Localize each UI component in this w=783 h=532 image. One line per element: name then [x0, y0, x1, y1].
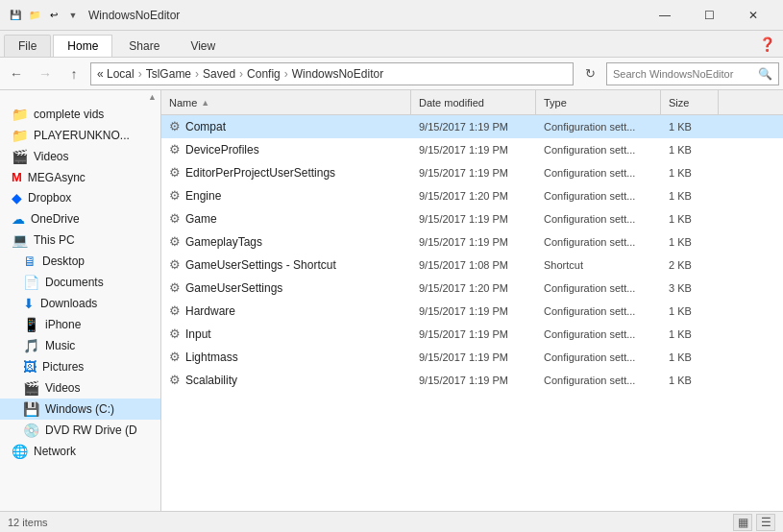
videos-icon: 🎬 [12, 149, 28, 164]
file-type: Configuration sett... [536, 167, 661, 179]
column-type[interactable]: Type [536, 90, 661, 114]
sidebar-item-onedrive[interactable]: ☁ OneDrive [0, 208, 160, 230]
file-type: Configuration sett... [536, 190, 661, 202]
sidebar-item-downloads[interactable]: ⬇ Downloads [0, 293, 160, 314]
file-size: 1 KB [661, 213, 719, 225]
maximize-button[interactable]: ☐ [687, 0, 731, 31]
file-size: 1 KB [661, 236, 719, 248]
file-size: 2 KB [661, 259, 719, 271]
up-button[interactable]: ↑ [61, 61, 86, 86]
table-row[interactable]: ⚙ DeviceProfiles 9/15/2017 1:19 PM Confi… [161, 138, 783, 161]
file-name: ⚙ Input [161, 326, 411, 341]
desktop-icon: 🖥 [23, 254, 37, 269]
column-name[interactable]: Name ▲ [161, 90, 411, 114]
file-size: 1 KB [661, 305, 719, 317]
ribbon-tabs: File Home Share View ❓ [0, 31, 783, 58]
sidebar-item-windows-c[interactable]: 💾 Windows (C:) [0, 399, 160, 420]
path-saved: Saved [203, 67, 235, 81]
sidebar-item-iphone[interactable]: 📱 iPhone [0, 314, 160, 335]
file-name: ⚙ Hardware [161, 303, 411, 318]
file-list-area: Name ▲ Date modified Type Size ⚙ Compat … [161, 90, 783, 511]
file-icon: ⚙ [169, 280, 181, 295]
dropbox-icon: ◆ [12, 190, 22, 206]
sidebar-item-desktop[interactable]: 🖥 Desktop [0, 251, 160, 272]
table-row[interactable]: ⚙ Input 9/15/2017 1:19 PM Configuration … [161, 323, 783, 346]
file-name: ⚙ DeviceProfiles [161, 142, 411, 157]
table-row[interactable]: ⚙ Lightmass 9/15/2017 1:19 PM Configurat… [161, 346, 783, 369]
minimize-button[interactable]: — [643, 0, 687, 31]
undo-icon[interactable]: ↩ [46, 8, 61, 23]
file-date: 9/15/2017 1:19 PM [411, 236, 536, 248]
table-row[interactable]: ⚙ EditorPerProjectUserSettings 9/15/2017… [161, 161, 783, 184]
file-icon: ⚙ [169, 303, 181, 318]
column-size[interactable]: Size [661, 90, 719, 114]
table-row[interactable]: ⚙ GameUserSettings - Shortcut 9/15/2017 … [161, 254, 783, 277]
new-folder-icon[interactable]: 📁 [27, 8, 42, 23]
file-type: Configuration sett... [536, 351, 661, 363]
table-row[interactable]: ⚙ Hardware 9/15/2017 1:19 PM Configurati… [161, 300, 783, 323]
sidebar-item-this-pc[interactable]: 💻 This PC [0, 230, 160, 251]
sidebar-item-complete-vids[interactable]: 📁 complete vids [0, 104, 160, 125]
file-date: 9/15/2017 1:19 PM [411, 167, 536, 179]
tab-file[interactable]: File [4, 35, 51, 57]
network-icon: 🌐 [12, 444, 28, 459]
sidebar-item-pictures[interactable]: 🖼 Pictures [0, 356, 160, 377]
close-button[interactable]: ✕ [731, 0, 775, 31]
file-type: Configuration sett... [536, 121, 661, 133]
file-name: ⚙ Game [161, 211, 411, 226]
file-name: ⚙ GameplayTags [161, 234, 411, 249]
folder-icon: 📁 [12, 128, 28, 143]
table-row[interactable]: ⚙ Game 9/15/2017 1:19 PM Configuration s… [161, 207, 783, 230]
file-name: ⚙ Lightmass [161, 350, 411, 364]
column-date-modified[interactable]: Date modified [411, 90, 536, 114]
file-type: Configuration sett... [536, 236, 661, 248]
sidebar-item-network[interactable]: 🌐 Network [0, 441, 160, 462]
sidebar-item-videos-top[interactable]: 🎬 Videos [0, 146, 160, 167]
address-path[interactable]: « Local › TslGame › Saved › Config › Win… [90, 62, 574, 85]
sidebar-item-documents[interactable]: 📄 Documents [0, 272, 160, 293]
file-size: 1 KB [661, 351, 719, 363]
file-type: Configuration sett... [536, 305, 661, 317]
folder-icon: 📁 [12, 107, 28, 122]
file-icon: ⚙ [169, 119, 181, 133]
sidebar-item-dropbox[interactable]: ◆ Dropbox [0, 187, 160, 208]
help-icon[interactable]: ❓ [759, 36, 775, 52]
iphone-icon: 📱 [23, 317, 39, 332]
file-size: 3 KB [661, 282, 719, 294]
forward-button[interactable]: → [33, 61, 58, 86]
back-button[interactable]: ← [4, 61, 29, 86]
table-row[interactable]: ⚙ Engine 9/15/2017 1:20 PM Configuration… [161, 184, 783, 207]
sidebar-item-videos[interactable]: 🎬 Videos [0, 377, 160, 399]
this-pc-icon: 💻 [12, 232, 28, 248]
sidebar-item-music[interactable]: 🎵 Music [0, 335, 160, 356]
table-row[interactable]: ⚙ GameplayTags 9/15/2017 1:19 PM Configu… [161, 230, 783, 254]
file-list-header: Name ▲ Date modified Type Size [161, 90, 783, 115]
file-size: 1 KB [661, 121, 719, 133]
dropdown-icon[interactable]: ▼ [65, 8, 81, 23]
list-view-button[interactable]: ☰ [756, 514, 775, 531]
file-name: ⚙ GameUserSettings - Shortcut [161, 257, 411, 272]
sidebar-item-megasync[interactable]: M MEGAsync [0, 167, 160, 187]
file-date: 9/15/2017 1:20 PM [411, 190, 536, 202]
tab-share[interactable]: Share [114, 35, 174, 57]
file-icon: ⚙ [169, 165, 181, 180]
table-row[interactable]: ⚙ GameUserSettings 9/15/2017 1:20 PM Con… [161, 277, 783, 300]
file-icon: ⚙ [169, 373, 181, 387]
search-input[interactable] [613, 68, 754, 80]
sidebar-item-playerunknown[interactable]: 📁 PLAYERUNKNO... [0, 125, 160, 146]
file-icon: ⚙ [169, 234, 181, 249]
search-box[interactable]: 🔍 [606, 62, 779, 85]
window-controls: — ☐ ✕ [643, 0, 775, 31]
table-row[interactable]: ⚙ Compat 9/15/2017 1:19 PM Configuration… [161, 115, 783, 138]
table-row[interactable]: ⚙ Scalability 9/15/2017 1:19 PM Configur… [161, 369, 783, 392]
tab-view[interactable]: View [176, 35, 230, 57]
tab-home[interactable]: Home [53, 35, 112, 57]
file-icon: ⚙ [169, 188, 181, 203]
refresh-button[interactable]: ↻ [577, 61, 602, 86]
collapse-arrow[interactable]: ▲ [148, 92, 157, 102]
grid-view-button[interactable]: ▦ [733, 514, 752, 531]
save-icon[interactable]: 💾 [8, 8, 23, 23]
file-name: ⚙ Scalability [161, 373, 411, 387]
sidebar-item-dvd-rw[interactable]: 💿 DVD RW Drive (D [0, 420, 160, 441]
videos-icon: 🎬 [23, 380, 39, 396]
